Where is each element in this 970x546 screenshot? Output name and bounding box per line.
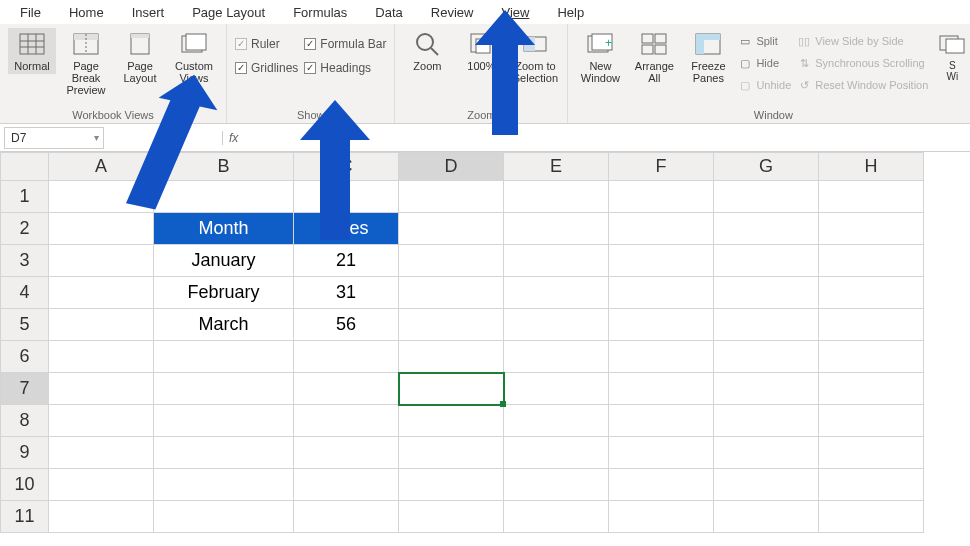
cell[interactable] bbox=[504, 277, 609, 309]
cell[interactable] bbox=[504, 469, 609, 501]
select-all-corner[interactable] bbox=[1, 153, 49, 181]
cell[interactable] bbox=[714, 245, 819, 277]
col-header-e[interactable]: E bbox=[504, 153, 609, 181]
cell[interactable] bbox=[504, 405, 609, 437]
cell[interactable] bbox=[609, 277, 714, 309]
row-header-3[interactable]: 3 bbox=[1, 245, 49, 277]
cell[interactable] bbox=[819, 181, 924, 213]
cell[interactable] bbox=[819, 341, 924, 373]
name-box[interactable]: D7 bbox=[4, 127, 104, 149]
cell[interactable] bbox=[49, 469, 154, 501]
row-header-2[interactable]: 2 bbox=[1, 213, 49, 245]
freeze-panes-button[interactable]: Freeze Panes bbox=[684, 28, 732, 86]
formula-bar-checkbox[interactable]: Formula Bar bbox=[304, 34, 386, 54]
cell[interactable] bbox=[294, 405, 399, 437]
cell[interactable] bbox=[504, 373, 609, 405]
row-header-4[interactable]: 4 bbox=[1, 277, 49, 309]
cell[interactable] bbox=[399, 309, 504, 341]
cell[interactable] bbox=[49, 181, 154, 213]
tab-insert[interactable]: Insert bbox=[118, 2, 179, 23]
cell[interactable] bbox=[714, 469, 819, 501]
cell[interactable] bbox=[504, 245, 609, 277]
cell[interactable] bbox=[399, 437, 504, 469]
cell[interactable] bbox=[49, 501, 154, 533]
cell[interactable] bbox=[819, 213, 924, 245]
cell[interactable] bbox=[504, 501, 609, 533]
cell[interactable] bbox=[819, 373, 924, 405]
page-layout-button[interactable]: Page Layout bbox=[116, 28, 164, 86]
col-header-c[interactable]: C bbox=[294, 153, 399, 181]
cell[interactable] bbox=[399, 181, 504, 213]
zoom-button[interactable]: Zoom bbox=[403, 28, 451, 74]
cell[interactable] bbox=[49, 373, 154, 405]
cell[interactable] bbox=[154, 501, 294, 533]
cell[interactable] bbox=[294, 181, 399, 213]
cell[interactable] bbox=[154, 341, 294, 373]
cell[interactable] bbox=[399, 277, 504, 309]
normal-view-button[interactable]: Normal bbox=[8, 28, 56, 74]
tab-page-layout[interactable]: Page Layout bbox=[178, 2, 279, 23]
cell[interactable] bbox=[399, 469, 504, 501]
cell[interactable] bbox=[399, 245, 504, 277]
formula-input[interactable] bbox=[244, 127, 970, 149]
cell[interactable] bbox=[609, 181, 714, 213]
switch-windows-button[interactable]: SWi bbox=[934, 28, 970, 84]
cell[interactable] bbox=[49, 277, 154, 309]
cell[interactable] bbox=[714, 405, 819, 437]
row-header-7[interactable]: 7 bbox=[1, 373, 49, 405]
cell[interactable] bbox=[714, 341, 819, 373]
cell[interactable] bbox=[609, 341, 714, 373]
view-side-by-side-button[interactable]: ▯▯View Side by Side bbox=[797, 32, 928, 50]
cell[interactable] bbox=[609, 213, 714, 245]
tab-formulas[interactable]: Formulas bbox=[279, 2, 361, 23]
col-header-f[interactable]: F bbox=[609, 153, 714, 181]
cell-c2[interactable]: Sales bbox=[294, 213, 399, 245]
cell[interactable] bbox=[154, 373, 294, 405]
cell[interactable] bbox=[609, 469, 714, 501]
cell[interactable] bbox=[399, 501, 504, 533]
zoom-to-selection-button[interactable]: Zoom to Selection bbox=[511, 28, 559, 86]
cell[interactable] bbox=[609, 309, 714, 341]
cell[interactable] bbox=[609, 245, 714, 277]
cell-b5[interactable]: March bbox=[154, 309, 294, 341]
cell[interactable] bbox=[504, 437, 609, 469]
cell[interactable] bbox=[714, 373, 819, 405]
cell[interactable] bbox=[49, 437, 154, 469]
split-button[interactable]: ▭Split bbox=[738, 32, 791, 50]
cell[interactable] bbox=[504, 181, 609, 213]
cell[interactable] bbox=[49, 309, 154, 341]
cell[interactable] bbox=[819, 277, 924, 309]
cell[interactable] bbox=[819, 501, 924, 533]
cell[interactable] bbox=[399, 341, 504, 373]
cell[interactable] bbox=[504, 341, 609, 373]
cell[interactable] bbox=[819, 309, 924, 341]
cell[interactable] bbox=[154, 469, 294, 501]
row-header-6[interactable]: 6 bbox=[1, 341, 49, 373]
cell[interactable] bbox=[504, 213, 609, 245]
gridlines-checkbox[interactable]: Gridlines bbox=[235, 58, 298, 78]
row-header-8[interactable]: 8 bbox=[1, 405, 49, 437]
cell[interactable] bbox=[49, 245, 154, 277]
cell[interactable] bbox=[609, 405, 714, 437]
col-header-g[interactable]: G bbox=[714, 153, 819, 181]
cell[interactable] bbox=[714, 437, 819, 469]
cell[interactable] bbox=[49, 213, 154, 245]
cell[interactable] bbox=[609, 437, 714, 469]
cell-b3[interactable]: January bbox=[154, 245, 294, 277]
row-header-9[interactable]: 9 bbox=[1, 437, 49, 469]
hide-button[interactable]: ▢Hide bbox=[738, 54, 791, 72]
cell[interactable] bbox=[49, 341, 154, 373]
cell-c3[interactable]: 21 bbox=[294, 245, 399, 277]
tab-home[interactable]: Home bbox=[55, 2, 118, 23]
new-window-button[interactable]: + New Window bbox=[576, 28, 624, 86]
custom-views-button[interactable]: Custom Views bbox=[170, 28, 218, 86]
cell[interactable] bbox=[714, 181, 819, 213]
zoom-100-button[interactable]: 100% bbox=[457, 28, 505, 74]
row-header-1[interactable]: 1 bbox=[1, 181, 49, 213]
cell-b2[interactable]: Month bbox=[154, 213, 294, 245]
cell-d7[interactable] bbox=[399, 373, 504, 405]
cell[interactable] bbox=[819, 437, 924, 469]
cell[interactable] bbox=[819, 405, 924, 437]
cell[interactable] bbox=[294, 373, 399, 405]
cell[interactable] bbox=[609, 501, 714, 533]
